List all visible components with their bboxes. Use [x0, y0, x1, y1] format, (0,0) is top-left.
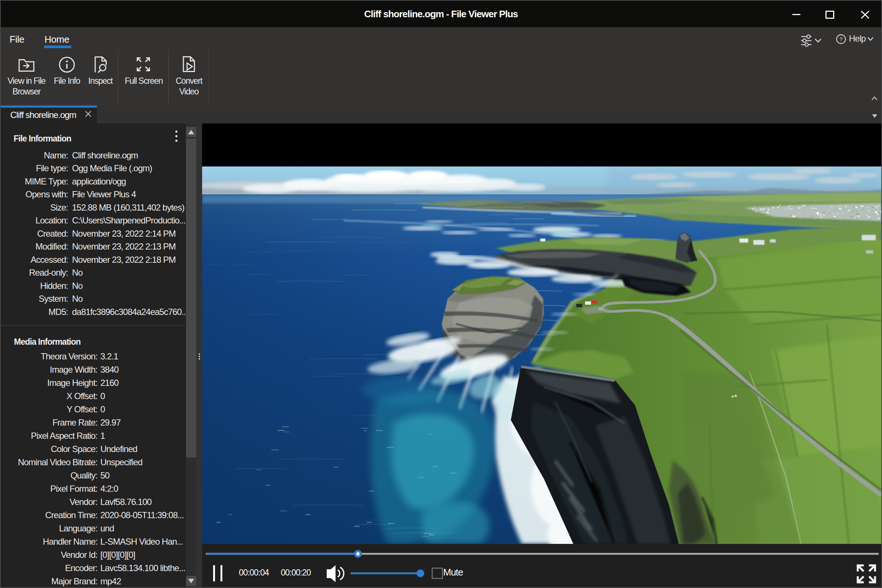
svg-text:?: ?	[839, 36, 842, 42]
